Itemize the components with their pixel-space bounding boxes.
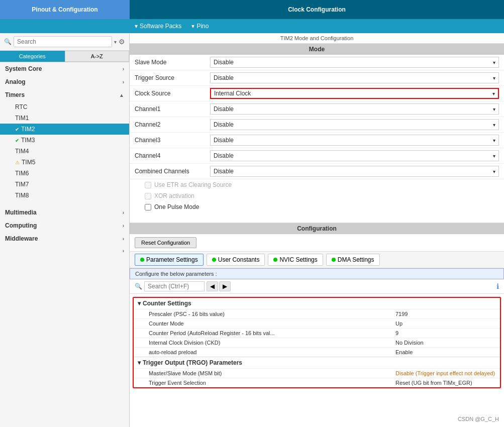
search-icon2: 🔍 (135, 283, 142, 290)
combined-channels-select[interactable]: Disable ▾ (210, 166, 499, 177)
trigger-source-select[interactable]: Disable ▾ (210, 72, 499, 83)
config-section: Configuration Reset Configuration Parame… (130, 223, 504, 388)
trigger-event-row: Trigger Event Selection Reset (UG bit fr… (134, 378, 500, 387)
tim3-label: TIM3 (21, 137, 35, 144)
tim2-label: TIM2 (21, 126, 35, 133)
tim7-label: TIM7 (15, 181, 29, 188)
tim1-label: TIM1 (15, 115, 29, 122)
chevron-down-icon: ▾ (135, 23, 138, 30)
channel2-select[interactable]: Disable ▾ (210, 119, 499, 130)
one-pulse-checkbox[interactable] (145, 204, 151, 210)
dropdown-arrow-icon3: ▾ (492, 91, 495, 96)
tim8-label: TIM8 (15, 192, 29, 199)
sidebar-item-tim6[interactable]: TIM6 (0, 168, 129, 179)
pino-item[interactable]: ▾ Pino (191, 23, 209, 30)
nvic-settings-label: NVIC Settings (279, 256, 317, 263)
channel4-select[interactable]: Disable ▾ (210, 150, 499, 161)
clock-source-select[interactable]: Internal Clock ▾ (210, 88, 499, 99)
channel1-select[interactable]: Disable ▾ (210, 103, 499, 115)
sidebar-item-tim5[interactable]: ⚠ TIM5 (0, 157, 129, 168)
search-icon: 🔍 (4, 38, 12, 45)
channel4-value: Disable (214, 152, 234, 159)
auto-reload-value: Enable (395, 349, 496, 355)
search-prev-button[interactable]: ◀ (207, 281, 218, 291)
sidebar-tabs: Categories A->Z (0, 51, 129, 62)
chevron-up-icon: ▲ (119, 92, 124, 98)
dot-icon3 (273, 258, 277, 262)
channel3-value: Disable (214, 137, 234, 144)
search-nav: ◀ ▶ (207, 281, 231, 291)
tab-az[interactable]: A->Z (65, 51, 130, 62)
prescaler-name: Prescaler (PSC - 16 bits value) (149, 311, 395, 317)
search-input[interactable] (14, 36, 112, 47)
sidebar-item-rtc[interactable]: RTC (0, 101, 129, 113)
clock-source-label: Clock Source (135, 90, 210, 97)
chevron-right-icon6: › (123, 248, 124, 254)
dropdown-arrow-icon2: ▾ (493, 75, 495, 81)
computing-label: Middleware (5, 235, 38, 242)
combined-channels-label: Combined Channels (135, 168, 210, 175)
sub-header-left (0, 19, 130, 33)
tab-dma-settings[interactable]: DMA Settings (326, 254, 380, 266)
clock-title: Clock Configuration (288, 6, 346, 13)
search-dropdown-icon[interactable]: ▾ (114, 39, 117, 45)
sidebar-item-tim3[interactable]: ✔ TIM3 (0, 135, 129, 146)
reset-configuration-button[interactable]: Reset Configuration (135, 237, 196, 248)
slave-mode-select[interactable]: Disable ▾ (210, 57, 499, 68)
config-tabs: Parameter Settings User Constants NVIC S… (130, 252, 504, 268)
chevron-down-icon2: ▾ (191, 23, 194, 30)
sidebar-item-tim2[interactable]: ✔ TIM2 (0, 124, 129, 135)
tim5-label: TIM5 (22, 159, 35, 166)
gear-icon[interactable]: ⚙ (119, 38, 125, 46)
use-etr-label: Use ETR as Clearing Source (154, 181, 232, 188)
sidebar-item-analog[interactable]: Analog › (0, 75, 129, 88)
counter-settings-group[interactable]: ▾ Counter Settings (134, 298, 500, 309)
config-toolbar: Reset Configuration (130, 234, 504, 252)
dropdown-arrow-icon6: ▾ (493, 138, 495, 143)
sidebar-item-multimedia[interactable]: Computing › (0, 219, 129, 232)
params-search-input[interactable] (144, 281, 205, 291)
sidebar-item-tim8[interactable]: TIM8 (0, 190, 129, 201)
trigger-output-group[interactable]: ▾ Trigger Output (TRGO) Parameters (134, 357, 500, 368)
software-packs-item[interactable]: ▾ Software Packs (135, 23, 181, 30)
sidebar-item-system-core[interactable]: System Core › (0, 62, 129, 75)
one-pulse-row: One Pulse Mode (130, 201, 504, 212)
dropdown-arrow-icon4: ▾ (493, 106, 495, 112)
mode-section-title: Mode (130, 44, 504, 55)
tab-nvic-settings[interactable]: NVIC Settings (268, 254, 323, 266)
sidebar-item-timers[interactable]: Timers ▲ (0, 88, 129, 101)
channel1-label: Channel1 (135, 105, 210, 113)
search-next-button[interactable]: ▶ (219, 281, 231, 291)
tab-user-constants[interactable]: User Constants (207, 254, 265, 266)
chevron-right-icon4: › (123, 223, 124, 229)
one-pulse-label: One Pulse Mode (154, 203, 199, 210)
sidebar-item-connectivity[interactable]: Multimedia › (0, 206, 129, 219)
tab-parameter-settings[interactable]: Parameter Settings (135, 254, 204, 266)
clock-source-value: Internal Clock (214, 90, 251, 97)
user-constants-label: User Constants (218, 256, 260, 263)
chevron-right-icon: › (123, 66, 124, 72)
master-slave-row: Master/Slave Mode (MSM bit) Disable (Tri… (134, 368, 500, 378)
counter-mode-row: Counter Mode Up (134, 318, 500, 328)
channel4-row: Channel4 Disable ▾ (130, 148, 504, 164)
tab-categories[interactable]: Categories (0, 51, 65, 62)
slave-mode-value: Disable (214, 59, 234, 66)
sidebar-item-computing[interactable]: Middleware › (0, 232, 129, 245)
sidebar-item-tim1[interactable]: TIM1 (0, 113, 129, 124)
dropdown-arrow-icon8: ▾ (493, 169, 495, 174)
main-layout: 🔍 ▾ ⚙ Categories A->Z System Core › Anal… (0, 33, 504, 427)
sidebar-item-tim7[interactable]: TIM7 (0, 179, 129, 190)
trigger-event-name: Trigger Event Selection (149, 380, 395, 386)
xor-activation-checkbox[interactable] (145, 193, 151, 199)
check-icon: ✔ (15, 138, 19, 143)
trigger-event-value: Reset (UG bit from TIMx_EGR) (395, 380, 496, 386)
timers-label: Timers (5, 91, 25, 98)
counter-period-row: Counter Period (AutoReload Register - 16… (134, 328, 500, 338)
collapse-icon: ▾ (138, 300, 141, 307)
channel3-select[interactable]: Disable ▾ (210, 135, 499, 146)
sidebar-item-middleware[interactable]: › (0, 245, 129, 257)
trigger-source-row: Trigger Source Disable ▾ (130, 70, 504, 86)
sidebar-item-tim4[interactable]: TIM4 (0, 146, 129, 157)
slave-mode-row: Slave Mode Disable ▾ (130, 55, 504, 70)
use-etr-checkbox[interactable] (145, 182, 151, 188)
